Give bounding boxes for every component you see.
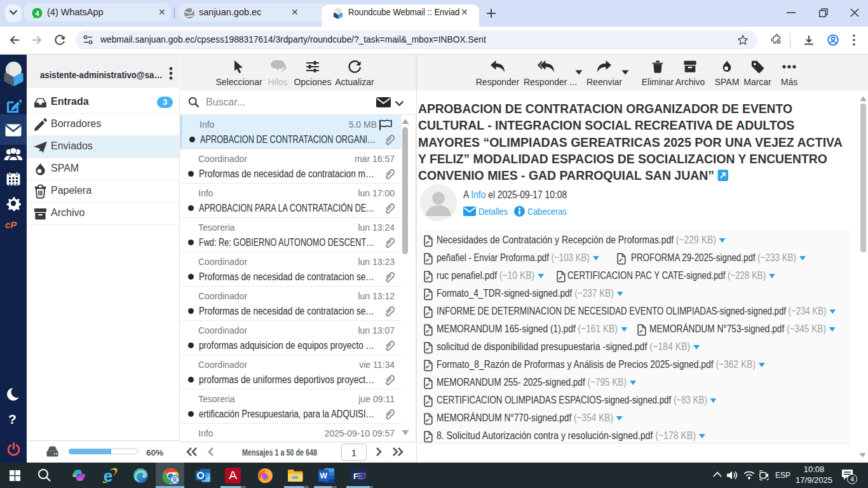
svg-text:W: W — [320, 471, 327, 480]
svg-text:4: 4 — [35, 10, 39, 17]
svg-text:F: F — [353, 471, 358, 481]
